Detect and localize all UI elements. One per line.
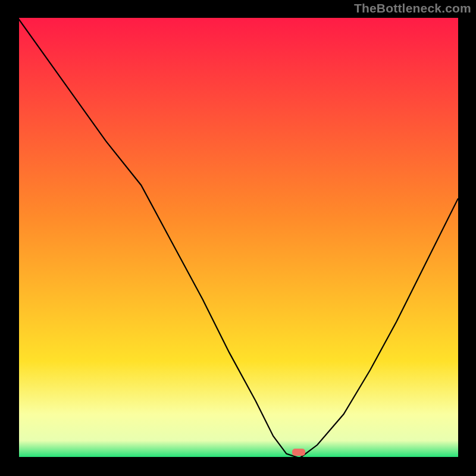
chart-stage: TheBottleneck.com (0, 0, 476, 476)
plot-area (18, 18, 458, 458)
plot-svg (18, 18, 458, 458)
gradient-background (18, 18, 458, 458)
watermark-text: TheBottleneck.com (354, 1, 471, 15)
optimum-marker (292, 449, 305, 456)
